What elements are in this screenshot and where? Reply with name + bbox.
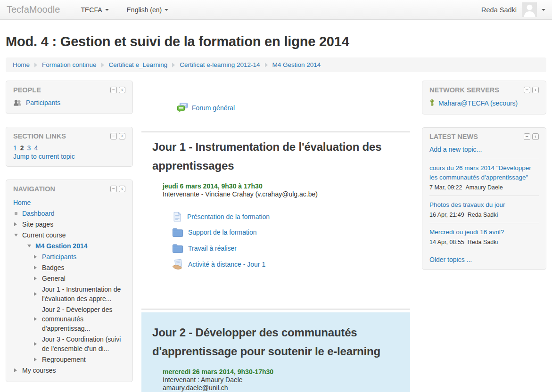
menu-tecfa-label: TECFA bbox=[81, 6, 102, 14]
block-navigation: NAVIGATION − ‹ HomeDashboardSite pagesCu… bbox=[6, 180, 133, 382]
app-logo[interactable]: TecfaMoodle bbox=[7, 4, 60, 15]
nav-item[interactable]: Participants bbox=[13, 251, 125, 262]
collapse-block-icon[interactable]: − bbox=[110, 87, 117, 93]
chevron-right-icon bbox=[14, 222, 22, 226]
section-text-line: Intervenant : Amaury Daele bbox=[163, 376, 410, 384]
section-number-current[interactable]: 2 bbox=[20, 144, 24, 152]
block-title-network-servers: NETWORK SERVERS bbox=[429, 86, 499, 94]
section-number-link[interactable]: 3 bbox=[27, 144, 31, 152]
block-network-servers: NETWORK SERVERS − ‹ bbox=[422, 81, 546, 114]
chevron-right-icon bbox=[14, 368, 22, 372]
dock-block-icon[interactable]: ‹ bbox=[532, 87, 539, 93]
nav-item-label: Regroupement bbox=[42, 355, 86, 364]
forum-link[interactable]: Forum général bbox=[192, 104, 235, 112]
chevron-right-icon bbox=[34, 277, 42, 280]
news-topic-link[interactable]: Photos des travaux du jour bbox=[429, 200, 539, 210]
page-title: Mod. 4 : Gestion et suivi de la formatio… bbox=[6, 34, 546, 49]
nav-item-label: Badges bbox=[42, 263, 64, 272]
course-section: Jour 1 - Instrumentation de l'évaluation… bbox=[141, 131, 410, 291]
top-navbar: TecfaMoodle TECFA English (en) Reda Sadk… bbox=[0, 0, 552, 20]
chevron-right-icon bbox=[34, 266, 42, 270]
square-bullet-icon bbox=[14, 212, 22, 215]
collapse-block-icon[interactable]: − bbox=[524, 133, 530, 140]
participants-link[interactable]: Participants bbox=[26, 99, 60, 106]
section-summary: jeudi 6 mars 2014, 9h30 à 17h30Intervena… bbox=[163, 182, 410, 198]
news-topic-link[interactable]: Mercredi ou jeudi 16 avril? bbox=[429, 228, 539, 237]
breadcrumb-separator-icon bbox=[34, 63, 37, 67]
mahara-key-icon bbox=[429, 99, 435, 107]
nav-item[interactable]: Jour 1 - Instrumentation de l'évaluation… bbox=[13, 284, 125, 304]
nav-item-label: Current course bbox=[22, 230, 66, 240]
block-title-latest-news: LATEST NEWS bbox=[429, 133, 478, 140]
nav-item[interactable]: Site pages bbox=[13, 219, 125, 229]
nav-item-label: Dashboard bbox=[22, 209, 55, 218]
chevron-down-icon bbox=[27, 245, 35, 247]
news-topic-link[interactable]: cours du 26 mars 2014 "Développer les co… bbox=[429, 163, 539, 182]
nav-item[interactable]: My courses bbox=[13, 365, 125, 376]
chevron-right-icon bbox=[34, 292, 42, 296]
chevron-right-icon bbox=[34, 358, 42, 361]
chevron-down-icon bbox=[165, 9, 168, 11]
chevron-down-icon bbox=[105, 9, 109, 11]
section-body: Jour 1 - Instrumentation de l'évaluation… bbox=[141, 138, 410, 291]
collapse-block-icon[interactable]: − bbox=[110, 186, 117, 192]
nav-item[interactable]: Dashboard bbox=[13, 208, 125, 219]
activity-link[interactable]: Travail à réaliser bbox=[188, 245, 237, 252]
current-topic-highlight: Jour 2 - Développer des communautés d'ap… bbox=[141, 312, 410, 392]
mahara-server-link[interactable]: Mahara@TECFA (secours) bbox=[438, 99, 518, 107]
news-author: Reda Sadki bbox=[468, 239, 498, 245]
activity-link[interactable]: Support de la formation bbox=[188, 229, 257, 236]
nav-item-label: M4 Gestion 2014 bbox=[35, 241, 88, 251]
activity-link[interactable]: Activité à distance - Jour 1 bbox=[188, 261, 265, 268]
section-number-link[interactable]: 1 bbox=[13, 144, 17, 152]
chevron-right-icon bbox=[34, 255, 42, 259]
menu-language[interactable]: English (en) bbox=[127, 6, 169, 14]
breadcrumb: HomeFormation continueCertificat e_Learn… bbox=[6, 57, 546, 72]
nav-item[interactable]: Regroupement bbox=[13, 354, 125, 365]
dock-block-icon[interactable]: ‹ bbox=[532, 133, 539, 140]
block-title-section-links: SECTION LINKS bbox=[13, 132, 66, 140]
dock-block-icon[interactable]: ‹ bbox=[119, 87, 125, 93]
avatar[interactable] bbox=[522, 2, 537, 17]
breadcrumb-link[interactable]: Formation continue bbox=[42, 61, 97, 68]
section-date: jeudi 6 mars 2014, 9h30 à 17h30 bbox=[163, 182, 410, 190]
news-author: Amaury Daele bbox=[466, 184, 503, 191]
nav-item-label: General bbox=[42, 274, 66, 283]
user-menu[interactable]: Reda Sadki bbox=[481, 2, 545, 17]
section-summary: mercredi 26 mars 2014, 9h30-17h30Interve… bbox=[163, 368, 410, 392]
jump-to-current-topic-link[interactable]: Jump to current topic bbox=[13, 153, 75, 160]
collapse-block-icon[interactable]: − bbox=[110, 133, 117, 139]
activity-link[interactable]: Présentation de la formation bbox=[187, 213, 270, 220]
course-content: Forum général Jour 1 - Instrumentation d… bbox=[141, 81, 410, 392]
older-topics-link[interactable]: Older topics ... bbox=[429, 256, 472, 263]
dock-block-icon[interactable]: ‹ bbox=[119, 133, 125, 139]
nav-item[interactable]: Badges bbox=[13, 262, 125, 273]
activity-list: Présentation de la formationSupport de l… bbox=[172, 212, 410, 270]
breadcrumb-separator-icon bbox=[172, 63, 175, 67]
nav-item[interactable]: Current course bbox=[13, 229, 125, 240]
right-sidebar: NETWORK SERVERS − ‹ bbox=[422, 81, 546, 283]
collapse-block-icon[interactable]: − bbox=[524, 87, 530, 93]
section-number-link[interactable]: 4 bbox=[34, 144, 38, 152]
nav-item[interactable]: Jour 2 - Développer des communautés d'ap… bbox=[13, 304, 125, 334]
section-text-line: amaury.daele@unil.ch bbox=[163, 384, 410, 392]
add-new-topic-link[interactable]: Add a new topic... bbox=[429, 145, 482, 159]
menu-tecfa[interactable]: TECFA bbox=[81, 6, 108, 14]
breadcrumb-link[interactable]: Certificat e_Learning bbox=[109, 61, 168, 68]
nav-item[interactable]: General bbox=[13, 273, 125, 284]
news-meta: 16 Apr, 21:49Reda Sadki bbox=[429, 212, 539, 218]
news-author: Reda Sadki bbox=[468, 212, 498, 218]
nav-item-label: Participants bbox=[42, 252, 76, 261]
dock-block-icon[interactable]: ‹ bbox=[119, 186, 125, 192]
block-people: PEOPLE − ‹ Partici bbox=[6, 81, 133, 114]
nav-item[interactable]: Jour 3 - Coordination (suivi de l'ensemb… bbox=[13, 334, 125, 354]
news-date: 14 Apr, 08:55 bbox=[429, 239, 464, 245]
breadcrumb-link[interactable]: Home bbox=[13, 61, 30, 68]
breadcrumb-link[interactable]: Certificat e-learning 2012-14 bbox=[180, 61, 260, 68]
nav-item[interactable]: M4 Gestion 2014 bbox=[13, 240, 125, 251]
nav-item[interactable]: Home bbox=[13, 197, 125, 208]
left-sidebar: PEOPLE − ‹ Partici bbox=[6, 81, 133, 392]
menu-language-label: English (en) bbox=[127, 6, 162, 14]
breadcrumb-link[interactable]: M4 Gestion 2014 bbox=[272, 61, 321, 68]
section-number-list: 1234 bbox=[13, 144, 125, 152]
